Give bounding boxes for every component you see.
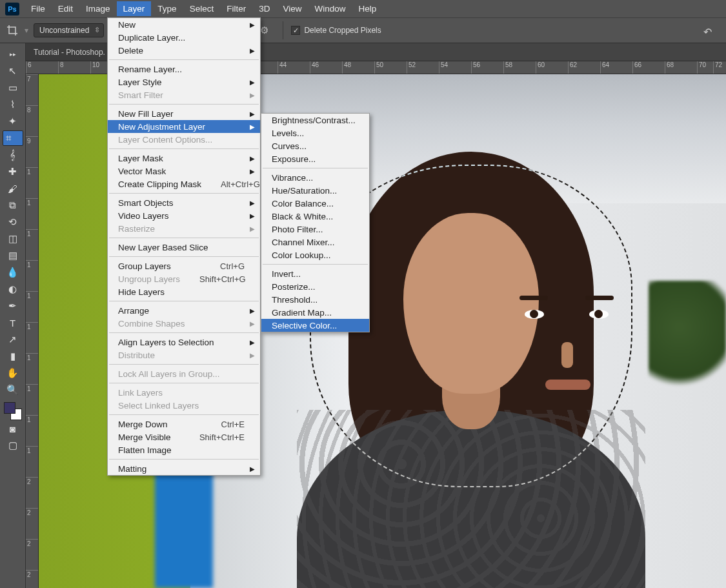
menu-item-exposure[interactable]: Exposure... (261, 152, 369, 165)
menu-item-smart-objects[interactable]: Smart Objects▶ (108, 196, 260, 209)
menu-item-photo-filter[interactable]: Photo Filter... (261, 223, 369, 236)
menu-help[interactable]: Help (352, 1, 383, 16)
ruler-tick: 70 (697, 61, 706, 74)
menu-item-levels[interactable]: Levels... (261, 127, 369, 139)
vertical-ruler: 78911111111112222 (26, 74, 39, 588)
dodge-tool[interactable]: ◐ (4, 281, 22, 297)
color-swatch[interactable] (4, 402, 22, 420)
ruler-tick: 8 (58, 61, 64, 74)
menu-divider (109, 301, 259, 301)
chevron-right-icon: ▶ (250, 465, 255, 472)
expand-icon[interactable]: ▸▸ (4, 46, 22, 62)
pen-tool[interactable]: ✒ (4, 298, 22, 314)
menu-item-new[interactable]: New▶ (108, 18, 260, 31)
eyedropper-tool[interactable]: 𝄞 (4, 147, 22, 163)
gear-icon[interactable] (260, 25, 268, 36)
layer-menu: New▶Duplicate Layer...Delete▶Rename Laye… (107, 17, 261, 476)
marquee-tool[interactable]: ▭ (4, 80, 22, 96)
aspect-ratio-select[interactable]: Unconstrained (34, 23, 104, 37)
menu-item-rename-layer[interactable]: Rename Layer... (108, 63, 260, 76)
menu-item-posterize[interactable]: Posterize... (261, 280, 369, 293)
ruler-tick: 1 (26, 384, 38, 392)
menu-item-duplicate-layer[interactable]: Duplicate Layer... (108, 31, 260, 44)
menu-item-merge-visible[interactable]: Merge VisibleShift+Ctrl+E (108, 431, 260, 443)
ruler-tick: 56 (471, 61, 480, 74)
chevron-right-icon: ▶ (250, 168, 255, 175)
brush-tool[interactable]: 🖌 (4, 181, 22, 196)
menu-edit[interactable]: Edit (52, 1, 79, 16)
menu-file[interactable]: File (25, 1, 52, 16)
menu-item-new-adjustment-layer[interactable]: New Adjustment Layer▶ (108, 120, 260, 133)
menu-window[interactable]: Window (308, 1, 352, 16)
wand-tool[interactable]: ✦ (4, 114, 22, 129)
menu-item-video-layers[interactable]: Video Layers▶ (108, 209, 260, 222)
menu-type[interactable]: Type (151, 1, 183, 16)
crop-tool[interactable]: ⌗ (3, 130, 23, 146)
reset-icon[interactable]: ↶ (703, 26, 712, 38)
menu-item-flatten-image[interactable]: Flatten Image (108, 443, 260, 456)
chevron-right-icon: ▶ (250, 307, 255, 314)
menu-image[interactable]: Image (79, 1, 117, 16)
blur-tool[interactable]: 💧 (4, 265, 22, 280)
ruler-tick: 72 (713, 61, 722, 74)
heal-tool[interactable]: ✚ (4, 164, 22, 179)
menu-item-black-white[interactable]: Black & White... (261, 210, 369, 223)
menu-item-merge-down[interactable]: Merge DownCtrl+E (108, 418, 260, 431)
gradient-tool[interactable]: ▤ (4, 248, 22, 263)
ruler-tick: 9 (26, 136, 38, 145)
menu-item-vibrance[interactable]: Vibrance... (261, 171, 369, 184)
ruler-tick: 1 (26, 446, 38, 454)
menu-item-vector-mask[interactable]: Vector Mask▶ (108, 165, 260, 177)
menu-item-new-fill-layer[interactable]: New Fill Layer▶ (108, 107, 260, 120)
menu-view[interactable]: View (276, 1, 308, 16)
menu-item-layer-mask[interactable]: Layer Mask▶ (108, 152, 260, 165)
menu-item-arrange[interactable]: Arrange▶ (108, 304, 260, 317)
menu-3d[interactable]: 3D (252, 1, 276, 16)
menu-layer[interactable]: Layer (117, 1, 152, 16)
menu-item-invert[interactable]: Invert... (261, 267, 369, 280)
menu-select[interactable]: Select (183, 1, 221, 16)
menu-item-selective-color[interactable]: Selective Color... (261, 319, 369, 332)
menu-item-brightness-contrast[interactable]: Brightness/Contrast... (261, 114, 369, 127)
hand-tool[interactable]: ✋ (4, 365, 22, 381)
menu-item-group-layers[interactable]: Group LayersCtrl+G (108, 259, 260, 272)
menu-item-color-lookup[interactable]: Color Lookup... (261, 248, 369, 261)
menu-item-create-clipping-mask[interactable]: Create Clipping MaskAlt+Ctrl+G (108, 177, 260, 190)
menu-item-hide-layers[interactable]: Hide Layers (108, 285, 260, 298)
ruler-tick: 8 (26, 105, 38, 114)
ruler-tick: 2 (26, 539, 38, 547)
menu-divider (109, 193, 259, 194)
path-tool[interactable]: ↗ (4, 332, 22, 347)
quick-mask-icon[interactable]: ◙ (4, 421, 22, 436)
zoom-tool[interactable]: 🔍 (4, 382, 22, 398)
menu-item-delete[interactable]: Delete▶ (108, 44, 260, 57)
menu-divider (109, 256, 259, 257)
menu-item-distribute: Distribute▶ (108, 349, 260, 361)
menu-item-hue-saturation[interactable]: Hue/Saturation... (261, 184, 369, 197)
screen-mode-icon[interactable]: ▢ (4, 438, 22, 453)
type-tool[interactable]: T (4, 315, 22, 330)
eraser-tool[interactable]: ◫ (4, 231, 22, 247)
ruler-tick: 66 (632, 61, 641, 74)
menu-filter[interactable]: Filter (220, 1, 252, 16)
tool-palette: ▸▸↖▭⌇✦⌗𝄞✚🖌⧉⟲◫▤💧◐✒T↗▮✋🔍◙▢ (0, 43, 26, 588)
move-tool[interactable]: ↖ (4, 63, 22, 79)
menu-item-gradient-map[interactable]: Gradient Map... (261, 306, 369, 319)
menu-item-matting[interactable]: Matting▶ (108, 462, 260, 475)
menu-item-channel-mixer[interactable]: Channel Mixer... (261, 236, 369, 248)
delete-cropped-checkbox[interactable]: Delete Cropped Pixels (291, 26, 381, 35)
lasso-tool[interactable]: ⌇ (4, 97, 22, 112)
menu-item-curves[interactable]: Curves... (261, 139, 369, 152)
menu-item-align-layers-to-selection[interactable]: Align Layers to Selection▶ (108, 336, 260, 349)
menu-item-lock-all-layers-in-group: Lock All Layers in Group... (108, 367, 260, 380)
chevron-right-icon: ▶ (250, 92, 255, 99)
menu-item-layer-style[interactable]: Layer Style▶ (108, 76, 260, 88)
menu-item-color-balance[interactable]: Color Balance... (261, 197, 369, 210)
menu-item-new-layer-based-slice[interactable]: New Layer Based Slice (108, 241, 260, 254)
history-tool[interactable]: ⟲ (4, 214, 22, 230)
shape-tool[interactable]: ▮ (4, 349, 22, 364)
ruler-tick: 1 (26, 322, 38, 330)
ruler-tick: 58 (503, 61, 512, 74)
stamp-tool[interactable]: ⧉ (4, 198, 22, 213)
menu-item-threshold[interactable]: Threshold... (261, 293, 369, 306)
